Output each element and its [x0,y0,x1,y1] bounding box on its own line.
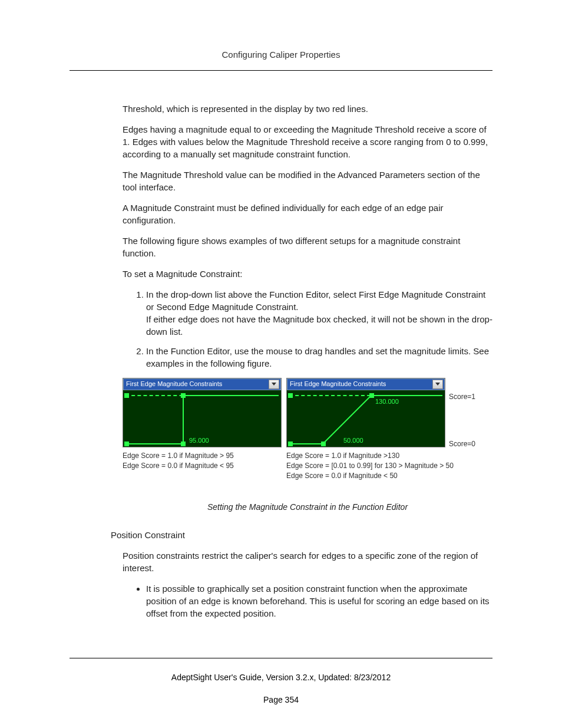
function-editor-right: First Edge Magnitude Constraints [286,378,454,480]
document-page: Configuring Caliper Properties Threshold… [0,0,562,728]
section-heading: Position Constraint [111,529,492,541]
page-header-title: Configuring Caliper Properties [70,50,492,60]
paragraph: A Magnitude Constraint must be defined i… [123,202,492,226]
editor-box: First Edge Magnitude Constraints [286,378,445,447]
svg-marker-1 [435,383,440,386]
list-item: In the drop-down list above the Function… [146,288,492,338]
footer-text: AdeptSight User's Guide, Version 3.2.x, … [70,673,492,682]
drag-handle[interactable] [288,442,293,446]
function-plot[interactable]: 95.000 [123,390,281,447]
paragraph: Threshold, which is represented in the d… [123,103,492,115]
chevron-down-icon[interactable] [269,380,279,389]
figure-caption-line: Edge Score = 1.0 if Magnitude >130 [286,451,454,461]
page-number: Page 354 [70,695,492,704]
paragraph: Position constraints restrict the calipe… [123,549,492,574]
list-item: In the Function Editor, use the mouse to… [146,345,492,370]
list-item-text: In the drop-down list above the Function… [146,289,492,337]
drag-handle[interactable] [124,442,129,446]
function-editor-left: First Edge Magnitude Constraints [123,378,282,480]
plot-line [125,443,183,444]
figure-caption-line: Edge Score = [0.01 to 0.99] for 130 > Ma… [286,461,454,471]
plot-line [183,396,184,444]
drag-handle[interactable] [321,442,326,446]
paragraph: To set a Magnitude Constraint: [123,268,492,280]
list-item-text: In the Function Editor, use the mouse to… [146,346,489,368]
list-item: It is possible to graphically set a posi… [146,582,492,620]
plot-line [289,443,323,444]
page-footer: AdeptSight User's Guide, Version 3.2.x, … [70,658,492,704]
figure-row: First Edge Magnitude Constraints [123,378,492,480]
list-item-text: It is possible to graphically set a posi… [146,584,490,618]
paragraph: Edges having a magnitude equal to or exc… [123,123,492,160]
editor-box: First Edge Magnitude Constraints [123,378,282,447]
constraint-dropdown[interactable]: First Edge Magnitude Constraints [123,378,281,390]
drag-handle[interactable] [181,442,186,446]
chevron-down-icon[interactable] [432,380,443,389]
plot-line [183,395,277,396]
figure-caption: Setting the Magnitude Constraint in the … [123,502,492,513]
footer-rule [70,658,492,658]
figure-caption-line: Edge Score = 1.0 if Magnitude > 95 [123,451,282,461]
ordered-steps: In the drop-down list above the Function… [123,288,492,370]
dropdown-label: First Edge Magnitude Constraints [290,380,386,388]
header-rule [70,70,492,71]
svg-marker-0 [272,383,276,386]
constraint-dropdown[interactable]: First Edge Magnitude Constraints [287,378,445,390]
plot-svg [287,390,445,447]
plot-value-label: 130.000 [375,397,399,406]
plot-value-label: 95.000 [189,436,209,445]
bullet-list: It is possible to graphically set a posi… [123,582,492,620]
body-content: Threshold, which is represented in the d… [123,103,492,620]
dropdown-label: First Edge Magnitude Constraints [126,380,222,388]
function-plot[interactable]: 130.000 50.000 [287,390,445,447]
paragraph: The following figure shows examples of t… [123,235,492,259]
plot-value-label: 50.000 [343,436,363,445]
drag-handle[interactable] [124,393,129,398]
score-annotation: Score=1 [449,392,475,402]
figure-caption-line: Edge Score = 0.0 if Magnitude < 95 [123,461,282,471]
paragraph: The Magnitude Threshold value can be mod… [123,169,492,193]
figure-caption-line: Edge Score = 0.0 if Magnitude < 50 [286,471,454,481]
score-annotation: Score=0 [449,439,475,449]
